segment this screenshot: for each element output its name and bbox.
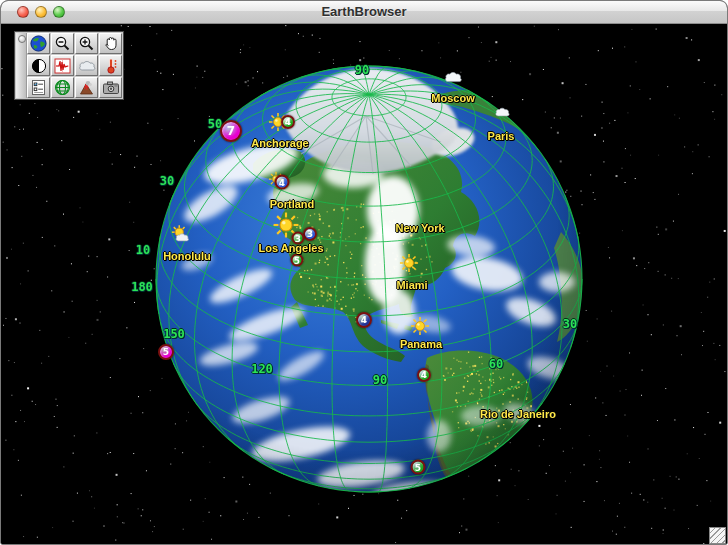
tool-button-zoom-out[interactable] xyxy=(51,33,74,54)
city-label[interactable]: Paris xyxy=(488,130,515,142)
grid-label: 120 xyxy=(251,362,273,376)
tool-button-placemarks[interactable] xyxy=(27,77,50,98)
grid-label: 10 xyxy=(136,243,150,257)
grid-label: 90 xyxy=(373,373,387,387)
tool-button-zoom-in[interactable] xyxy=(75,33,98,54)
earth-globe-icon xyxy=(30,35,47,52)
weather-sun-icon xyxy=(400,254,419,277)
earthquake-marker[interactable]: 4 xyxy=(275,175,290,190)
thermometer-icon xyxy=(103,57,119,74)
globe-viewport[interactable]: 905030101801501209060307544335445MoscowP… xyxy=(1,24,727,545)
camera-icon xyxy=(102,80,120,95)
grid-label: 30 xyxy=(160,174,174,188)
weather-cloud-icon xyxy=(444,67,464,91)
palette-close-button[interactable] xyxy=(18,35,26,43)
city-label[interactable]: Rio de Janeiro xyxy=(480,408,556,420)
city-label[interactable]: Portland xyxy=(270,198,315,210)
hand-pan-icon xyxy=(102,35,119,52)
toolbar xyxy=(27,33,122,98)
titlebar[interactable]: EarthBrowser xyxy=(1,1,727,24)
tool-button-pan[interactable] xyxy=(99,33,122,54)
sun-icon xyxy=(411,317,430,336)
grid-label: 150 xyxy=(163,327,185,341)
earthquake-marker[interactable]: 5 xyxy=(291,254,304,267)
cloud-icon xyxy=(444,67,464,87)
earthquake-marker[interactable]: 3 xyxy=(303,227,317,241)
weather-sun-icon xyxy=(411,317,430,340)
earthquake-marker[interactable]: 4 xyxy=(417,368,431,382)
tool-button-earth-view[interactable] xyxy=(27,33,50,54)
zoom-in-icon xyxy=(78,35,95,52)
city-label[interactable]: Honolulu xyxy=(163,250,211,262)
weather-cloud-icon xyxy=(495,104,512,125)
grid-label: 180 xyxy=(131,280,153,294)
resize-grip[interactable] xyxy=(709,527,726,544)
tool-button-clouds[interactable] xyxy=(75,55,98,76)
city-label[interactable]: Miami xyxy=(396,279,427,291)
earthquake-marker[interactable]: 5 xyxy=(158,344,174,360)
earthquake-marker[interactable]: 5 xyxy=(411,460,426,475)
city-label[interactable]: Los Angeles xyxy=(259,242,324,254)
wireframe-globe-icon xyxy=(54,79,71,96)
earthquake-marker[interactable]: 4 xyxy=(356,312,372,328)
seismograph-icon xyxy=(54,58,71,74)
earthbrowser-window: EarthBrowser xyxy=(0,0,728,545)
tool-palette xyxy=(14,31,124,100)
city-label[interactable]: New York xyxy=(395,222,444,234)
sun-behind-cloud-icon xyxy=(171,223,193,245)
tool-button-snapshot[interactable] xyxy=(99,77,122,98)
cloud-icon xyxy=(78,59,96,72)
city-label[interactable]: Anchorage xyxy=(251,137,308,149)
day-night-icon xyxy=(31,58,47,74)
checklist-icon xyxy=(31,79,46,96)
tool-button-temperature[interactable] xyxy=(99,55,122,76)
palette-grip[interactable] xyxy=(16,33,27,98)
tool-button-volcanoes[interactable] xyxy=(75,77,98,98)
window-title: EarthBrowser xyxy=(1,4,727,19)
earthquake-marker[interactable]: 4 xyxy=(281,115,295,129)
volcano-icon xyxy=(78,80,95,96)
tool-button-day-night[interactable] xyxy=(27,55,50,76)
tool-button-earthquakes[interactable] xyxy=(51,55,74,76)
earthquake-marker[interactable]: 7 xyxy=(220,120,242,142)
city-label[interactable]: Panama xyxy=(400,338,442,350)
zoom-out-icon xyxy=(54,35,71,52)
grid-label: 30 xyxy=(563,317,577,331)
grid-label: 60 xyxy=(489,357,503,371)
grid-label: 90 xyxy=(355,63,369,77)
cloud-icon xyxy=(495,104,512,121)
city-label[interactable]: Moscow xyxy=(431,92,474,104)
tool-button-grid[interactable] xyxy=(51,77,74,98)
sun-icon xyxy=(400,254,419,273)
weather-sun-cloud-icon xyxy=(171,223,193,249)
globe-scene xyxy=(1,24,727,545)
